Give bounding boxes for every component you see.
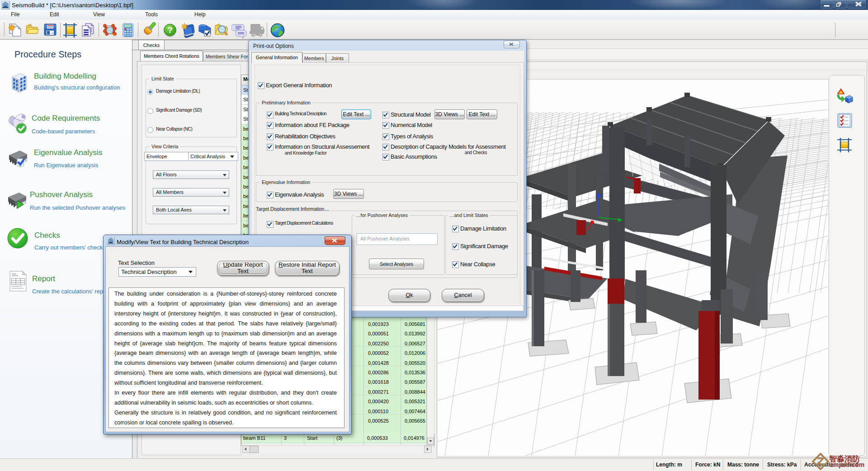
svg-text:z: z xyxy=(600,192,603,197)
